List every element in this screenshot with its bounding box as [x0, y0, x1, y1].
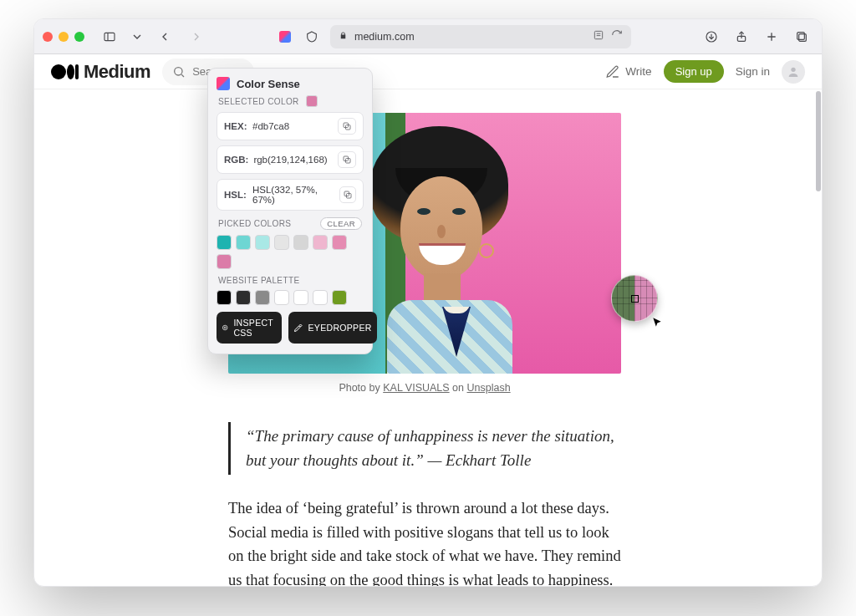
sidebar-toggle-button[interactable] — [98, 26, 121, 48]
signup-button[interactable]: Sign up — [664, 60, 724, 83]
eyedropper-label: EYEDROPPER — [308, 323, 372, 333]
signin-label: Sign in — [736, 65, 770, 78]
hex-row: HEX: #db7ca8 — [217, 112, 364, 140]
website-palette-label: WEBSITE PALETTE — [218, 276, 300, 285]
picked-colors-label: PICKED COLORS — [218, 219, 291, 228]
close-window-button[interactable] — [43, 32, 53, 42]
browser-window: medium.com — [33, 18, 823, 587]
safari-toolbar: medium.com — [34, 19, 822, 54]
copy-hex-button[interactable] — [338, 118, 356, 135]
address-domain: medium.com — [354, 31, 415, 43]
hex-label: HEX: — [224, 121, 247, 131]
selected-color-swatch — [306, 95, 318, 107]
color-swatch[interactable] — [274, 235, 289, 250]
svg-rect-10 — [799, 33, 807, 41]
rgb-row: RGB: rgb(219,124,168) — [217, 145, 364, 174]
svg-point-21 — [222, 325, 227, 330]
caption-author-link[interactable]: KAL VISUALS — [383, 382, 449, 394]
profile-button[interactable] — [782, 60, 805, 84]
scrollbar-thumb[interactable] — [816, 91, 821, 191]
inspect-label: INSPECT CSS — [233, 318, 276, 338]
copy-hsl-button[interactable] — [339, 186, 356, 203]
color-swatch[interactable] — [313, 235, 328, 250]
minimize-window-button[interactable] — [59, 32, 69, 42]
hsl-label: HSL: — [224, 190, 247, 200]
svg-point-12 — [175, 67, 182, 74]
downloads-button[interactable] — [700, 26, 723, 48]
medium-logo[interactable]: Medium — [51, 61, 150, 83]
color-swatch[interactable] — [293, 290, 308, 305]
reload-button[interactable] — [611, 29, 623, 43]
svg-rect-11 — [797, 32, 805, 39]
svg-line-13 — [181, 74, 184, 77]
svg-point-14 — [791, 67, 795, 71]
color-swatch[interactable] — [255, 290, 270, 305]
selected-color-label: SELECTED COLOR — [218, 97, 299, 106]
color-swatch[interactable] — [236, 235, 251, 250]
svg-rect-2 — [594, 31, 602, 38]
reader-mode-icon[interactable] — [593, 29, 604, 43]
avatar-icon — [787, 65, 800, 79]
color-swatch[interactable] — [217, 290, 232, 305]
signup-label: Sign up — [675, 65, 712, 78]
color-swatch[interactable] — [217, 254, 232, 269]
rgb-label: RGB: — [224, 155, 248, 165]
medium-logo-icon — [51, 64, 79, 79]
hsl-value: HSL(332, 57%, 67%) — [252, 185, 334, 205]
color-swatch[interactable] — [217, 235, 232, 250]
window-controls — [43, 32, 84, 42]
back-button[interactable] — [153, 26, 176, 48]
search-icon — [172, 65, 186, 79]
write-label: Write — [625, 65, 651, 78]
color-swatch[interactable] — [293, 235, 308, 250]
colorsense-icon — [279, 31, 291, 43]
caption-mid: on — [450, 382, 467, 394]
share-button[interactable] — [730, 26, 753, 48]
chevron-down-icon[interactable] — [130, 26, 145, 48]
blockquote: “The primary cause of unhappiness is nev… — [228, 422, 621, 475]
website-palette-row — [217, 290, 364, 305]
signin-link[interactable]: Sign in — [736, 65, 770, 78]
clear-picked-button[interactable]: CLEAR — [320, 217, 362, 230]
hex-value: #db7ca8 — [252, 121, 289, 131]
medium-wordmark: Medium — [84, 61, 150, 83]
svg-rect-0 — [104, 33, 115, 40]
tab-overview-button[interactable] — [790, 26, 813, 48]
caption-prefix: Photo by — [339, 382, 383, 394]
hsl-row: HSL: HSL(332, 57%, 67%) — [217, 179, 364, 211]
image-caption: Photo by KAL VISUALS on Unsplash — [228, 382, 621, 394]
eyedropper-button[interactable]: EYEDROPPER — [288, 312, 377, 344]
target-icon — [222, 323, 228, 333]
panel-title: Color Sense — [237, 78, 300, 90]
eyedropper-icon — [293, 323, 303, 333]
address-bar[interactable]: medium.com — [330, 25, 631, 48]
rgb-value: rgb(219,124,168) — [253, 155, 327, 165]
paragraph: The idea of ‘being grateful’ is thrown a… — [228, 496, 621, 586]
cursor-icon — [651, 317, 663, 332]
color-swatch[interactable] — [236, 290, 251, 305]
svg-point-22 — [224, 327, 226, 328]
colorsense-icon — [217, 77, 230, 90]
color-loupe[interactable] — [611, 275, 658, 322]
extension-colorsense-button[interactable] — [277, 28, 293, 45]
colorsense-panel: Color Sense SELECTED COLOR HEX: #db7ca8 … — [207, 68, 373, 354]
page-content: Photo by KAL VISUALS on Unsplash “The pr… — [34, 89, 815, 586]
zoom-window-button[interactable] — [74, 32, 84, 42]
lock-icon — [339, 31, 348, 43]
color-swatch[interactable] — [332, 235, 347, 250]
inspect-css-button[interactable]: INSPECT CSS — [217, 312, 282, 344]
copy-rgb-button[interactable] — [338, 151, 356, 168]
color-swatch[interactable] — [274, 290, 289, 305]
privacy-report-button[interactable] — [300, 26, 324, 48]
color-swatch[interactable] — [313, 290, 328, 305]
color-swatch[interactable] — [255, 235, 270, 250]
caption-source-link[interactable]: Unsplash — [467, 382, 511, 394]
picked-colors-row — [217, 235, 364, 269]
medium-header: Medium Search Write Sign up Sign in — [34, 54, 822, 89]
new-tab-button[interactable] — [760, 26, 783, 48]
write-button[interactable]: Write — [605, 64, 651, 79]
forward-button[interactable] — [185, 26, 208, 48]
color-swatch[interactable] — [332, 290, 347, 305]
write-icon — [605, 64, 620, 79]
